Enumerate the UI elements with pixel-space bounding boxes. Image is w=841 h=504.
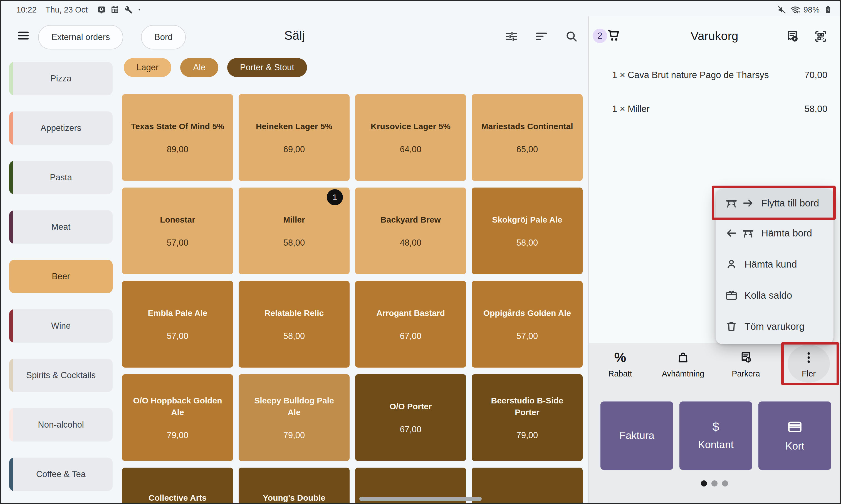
sidebar-item-beer[interactable]: Beer <box>9 260 113 293</box>
bord-button[interactable]: Bord <box>141 25 186 50</box>
product-tile-beerstudio-b-side-porter[interactable]: Beerstudio B-Side Porter79,00 <box>472 374 583 461</box>
hamburger-menu-button[interactable] <box>17 29 30 42</box>
gesture-bar[interactable] <box>359 497 482 501</box>
filter-chip-lager[interactable]: Lager <box>124 58 171 77</box>
menu-item-icons <box>725 227 755 239</box>
status-date: Thu, 23 Oct <box>46 5 88 15</box>
cart-count-badge: 2 <box>593 29 607 43</box>
sidebar-item-spirits-cocktails[interactable]: Spirits & Cocktails <box>9 359 113 392</box>
tune-button[interactable] <box>505 30 518 43</box>
menu-item-hämta-bord[interactable]: Hämta bord <box>716 218 834 249</box>
hamburger-icon <box>17 29 30 42</box>
sidebar-item-meat[interactable]: Meat <box>9 210 113 244</box>
product-price: 64,00 <box>400 144 422 155</box>
product-tile-collective-arts[interactable]: Collective Arts <box>122 468 233 504</box>
table-icon <box>742 227 755 239</box>
category-label: Spirits & Cocktails <box>26 371 96 380</box>
action-label: Rabatt <box>608 369 632 378</box>
product-price: 57,00 <box>167 331 189 341</box>
notes-icon <box>110 5 120 15</box>
menu-item-icons <box>725 289 738 302</box>
product-tile-lonestar[interactable]: Lonestar57,00 <box>122 187 233 274</box>
action-rabatt[interactable]: %Rabatt <box>589 343 652 390</box>
external-orders-button[interactable]: External orders <box>38 25 123 50</box>
sort-icon <box>535 30 548 43</box>
action-parkera[interactable]: Parkera <box>715 343 777 390</box>
category-label: Wine <box>51 321 71 331</box>
receipt-pause-icon <box>739 350 753 365</box>
filter-chips: LagerAlePorter & Stout <box>124 58 307 77</box>
product-tile-texas-state-of-mind-5[interactable]: Texas State Of Mind 5%89,00 <box>122 94 233 181</box>
product-tile-young-s-double[interactable]: Young's Double <box>239 468 349 504</box>
pay-button-faktura[interactable]: Faktura <box>600 401 673 470</box>
menu-item-hämta-kund[interactable]: Hämta kund <box>716 249 834 280</box>
product-grid: Texas State Of Mind 5%89,00Heineken Lage… <box>122 94 583 504</box>
product-name: Lonestar <box>160 214 195 226</box>
page-dot-2[interactable] <box>711 480 718 486</box>
cart-item-miller[interactable]: 1 × Miller58,00 <box>589 92 840 126</box>
status-bar: 10:22 Thu, 23 Oct 98% <box>1 1 840 18</box>
product-tile-mariestads-continental[interactable]: Mariestads Continental65,00 <box>472 94 583 181</box>
product-tile-skokgröj-pale-ale[interactable]: Skokgröj Pale Ale58,00 <box>472 187 583 274</box>
action-avhämtning[interactable]: Avhämtning <box>652 343 715 390</box>
action-fler[interactable]: Fler <box>777 343 840 390</box>
sidebar-item-pasta[interactable]: Pasta <box>9 161 113 194</box>
product-price: 79,00 <box>167 430 189 440</box>
product-name: Miller <box>283 214 305 226</box>
sidebar-item-appetizers[interactable]: Appetizers <box>9 111 113 145</box>
sidebar-item-wine[interactable]: Wine <box>9 309 113 343</box>
sidebar-item-pizza[interactable]: Pizza <box>9 62 113 95</box>
product-tile[interactable] <box>472 468 583 504</box>
product-name: Collective Arts <box>149 492 207 504</box>
person-icon <box>725 258 738 271</box>
product-tile-krusovice-lager-5[interactable]: Krusovice Lager 5%64,00 <box>355 94 466 181</box>
page-dot-1[interactable] <box>701 480 707 486</box>
product-price: 48,00 <box>400 238 422 248</box>
product-tile-arrogant-bastard[interactable]: Arrogant Bastard67,00 <box>355 281 466 367</box>
cart-item-cava-brut-nature-pago-de-tharsys[interactable]: 1 × Cava Brut nature Pago de Tharsys70,0… <box>589 58 840 92</box>
menu-item-kolla-saldo[interactable]: Kolla saldo <box>716 280 834 311</box>
pay-button-kort[interactable]: Kort <box>758 401 831 470</box>
category-label: Appetizers <box>40 123 81 133</box>
category-label: Non-alcohol <box>38 420 84 430</box>
product-tile-relatable-relic[interactable]: Relatable Relic58,00 <box>239 281 349 367</box>
pay-button-label: Kontant <box>698 439 734 451</box>
menu-item-töm-varukorg[interactable]: Töm varukorg <box>716 311 834 342</box>
tune-icon <box>505 30 518 43</box>
product-tile-heineken-lager-5[interactable]: Heineken Lager 5%69,00 <box>239 94 349 181</box>
qr-scan-button[interactable] <box>813 29 828 43</box>
product-price: 57,00 <box>167 238 189 248</box>
category-label: Pasta <box>50 173 72 182</box>
product-name: Relatable Relic <box>264 307 324 319</box>
resume-receipt-button[interactable] <box>785 29 800 43</box>
sort-button[interactable] <box>535 30 548 43</box>
product-price: 69,00 <box>284 144 305 155</box>
product-tile-oppigårds-golden-ale[interactable]: Oppigårds Golden Ale57,00 <box>472 281 583 367</box>
qr-scan-icon <box>813 29 828 43</box>
product-tile-o-o-hoppback-golden-ale[interactable]: O/O Hoppback Golden Ale79,00 <box>122 374 233 461</box>
cart-footer: %RabattAvhämtningParkeraFler Faktura$Kon… <box>589 343 840 503</box>
product-price: 58,00 <box>516 238 538 248</box>
sidebar-item-non-alcohol[interactable]: Non-alcohol <box>9 408 113 442</box>
product-tile-o-o-porter[interactable]: O/O Porter67,00 <box>355 374 466 461</box>
product-tile-embla-pale-ale[interactable]: Embla Pale Ale57,00 <box>122 281 233 367</box>
cart-item-list: 1 × Cava Brut nature Pago de Tharsys70,0… <box>589 58 840 126</box>
page-dot-3[interactable] <box>722 480 728 486</box>
main-header: External orders Bord Sälj <box>1 16 588 53</box>
product-tile-backyard-brew[interactable]: Backyard Brew48,00 <box>355 187 466 274</box>
product-qty-badge: 1 <box>327 189 343 205</box>
menu-item-flytta-till-bord[interactable]: Flytta till bord <box>716 188 834 218</box>
cart-title: Varukorg <box>589 29 840 43</box>
percent-icon: % <box>614 350 626 365</box>
menu-item-icons <box>725 320 738 333</box>
product-tile-miller[interactable]: Miller58,001 <box>239 187 349 274</box>
sidebar-item-coffee-tea[interactable]: Coffee & Tea <box>9 457 113 491</box>
pay-button-kontant[interactable]: $Kontant <box>680 401 752 470</box>
product-name: Oppigårds Golden Ale <box>483 307 571 319</box>
search-button[interactable] <box>565 30 578 43</box>
receipt-play-icon <box>785 29 800 43</box>
filter-chip-porter-stout[interactable]: Porter & Stout <box>227 58 307 77</box>
product-tile-sleepy-bulldog-pale-ale[interactable]: Sleepy Bulldog Pale Ale79,00 <box>239 374 349 461</box>
filter-chip-ale[interactable]: Ale <box>180 58 218 77</box>
category-color-strip <box>9 408 13 442</box>
